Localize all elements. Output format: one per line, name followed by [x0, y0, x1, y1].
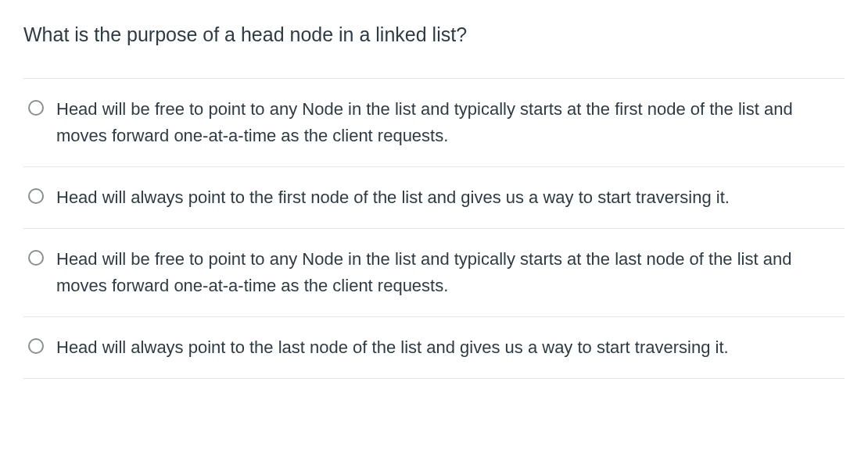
option-text: Head will be free to point to any Node i…: [56, 246, 840, 299]
options-list: Head will be free to point to any Node i…: [23, 78, 845, 380]
radio-wrap: [28, 334, 44, 357]
radio-wrap: [28, 184, 44, 207]
option-row[interactable]: Head will be free to point to any Node i…: [23, 79, 845, 167]
radio-wrap: [28, 96, 44, 119]
option-text: Head will always point to the last node …: [56, 334, 840, 361]
radio-icon[interactable]: [28, 250, 44, 266]
option-row[interactable]: Head will always point to the last node …: [23, 317, 845, 379]
option-row[interactable]: Head will be free to point to any Node i…: [23, 229, 845, 317]
option-text: Head will be free to point to any Node i…: [56, 96, 840, 149]
question-container: What is the purpose of a head node in a …: [23, 22, 845, 379]
radio-icon[interactable]: [28, 338, 44, 354]
option-text: Head will always point to the first node…: [56, 184, 840, 211]
question-prompt: What is the purpose of a head node in a …: [23, 22, 845, 48]
radio-icon[interactable]: [28, 188, 44, 204]
radio-icon[interactable]: [28, 100, 44, 116]
option-row[interactable]: Head will always point to the first node…: [23, 167, 845, 229]
radio-wrap: [28, 246, 44, 269]
